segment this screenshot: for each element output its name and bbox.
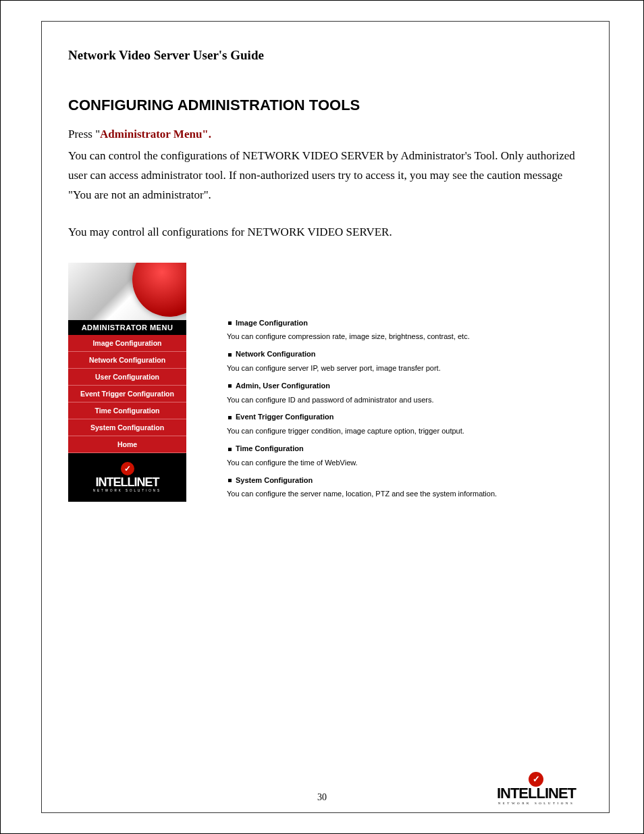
page-content: Network Video Server User's Guide CONFIG… [41,28,603,505]
bullet-icon [228,321,232,325]
desc-text: You can configure the time of WebView. [227,457,497,470]
document-page: Network Video Server User's Guide CONFIG… [0,0,644,834]
page-header-title: Network Video Server User's Guide [68,48,576,63]
brand-subtitle: NETWORK SOLUTIONS [93,489,161,492]
brand-subtitle: NETWORK SOLUTIONS [497,802,576,805]
intro-paragraph-1: You can control the configurations of NE… [68,147,576,205]
section-heading: CONFIGURING ADMINISTRATION TOOLS [68,97,576,114]
administrator-menu-panel: ADMINISTRATOR MENU Image Configuration N… [68,263,186,502]
bullet-icon [228,416,232,419]
desc-item: System Configuration You can configure t… [227,474,497,502]
menu-item-home[interactable]: Home [68,436,186,453]
brand-name: INTELLINET [497,786,576,801]
two-column-layout: ADMINISTRATOR MENU Image Configuration N… [68,263,576,506]
desc-title: Event Trigger Configuration [236,413,333,421]
panel-brand-logo: ✓ INTELLINET NETWORK SOLUTIONS [68,453,186,502]
press-prefix: Press " [68,128,100,140]
footer-brand-logo: ✓ INTELLINET NETWORK SOLUTIONS [497,772,576,805]
check-icon: ✓ [121,462,134,475]
menu-item-image-configuration[interactable]: Image Configuration [68,335,186,352]
desc-title: System Configuration [236,476,313,484]
menu-item-time-configuration[interactable]: Time Configuration [68,402,186,419]
desc-item: Image Configuration You can configure co… [227,317,497,344]
menu-item-network-configuration[interactable]: Network Configuration [68,352,186,369]
panel-header-graphic [68,263,186,320]
press-suffix: ". [202,128,211,140]
menu-item-user-configuration[interactable]: User Configuration [68,369,186,386]
desc-title: Network Configuration [236,350,316,358]
intro-paragraph-2: You may control all configurations for N… [68,223,576,242]
bullet-icon [228,479,232,482]
desc-text: You can configure trigger condition, ima… [227,425,497,438]
press-instruction: Press "Administrator Menu". [68,128,576,141]
desc-title: Image Configuration [236,319,308,327]
admin-menu-title: ADMINISTRATOR MENU [68,320,186,335]
brand-name: INTELLINET [96,476,159,488]
menu-item-event-trigger-configuration[interactable]: Event Trigger Configuration [68,386,186,402]
desc-title: Admin, User Configuration [236,382,330,390]
desc-text: You can configure the server name, locat… [227,488,497,501]
desc-title: Time Configuration [236,444,304,452]
desc-item: Admin, User Configuration You can config… [227,380,497,407]
desc-text: You can configure ID and password of adm… [227,394,497,407]
desc-item: Network Configuration You can configure … [227,348,497,375]
bullet-icon [228,448,232,451]
menu-item-system-configuration[interactable]: System Configuration [68,419,186,436]
administrator-menu-link-text: Administrator Menu [100,128,202,140]
desc-item: Time Configuration You can configure the… [227,442,497,470]
desc-item: Event Trigger Configuration You can conf… [227,411,497,438]
configuration-descriptions: Image Configuration You can configure co… [227,263,497,506]
bullet-icon [228,384,232,388]
desc-text: You can configure server IP, web server … [227,362,497,375]
bullet-icon [228,353,232,357]
desc-text: You can configure compression rate, imag… [227,330,497,344]
